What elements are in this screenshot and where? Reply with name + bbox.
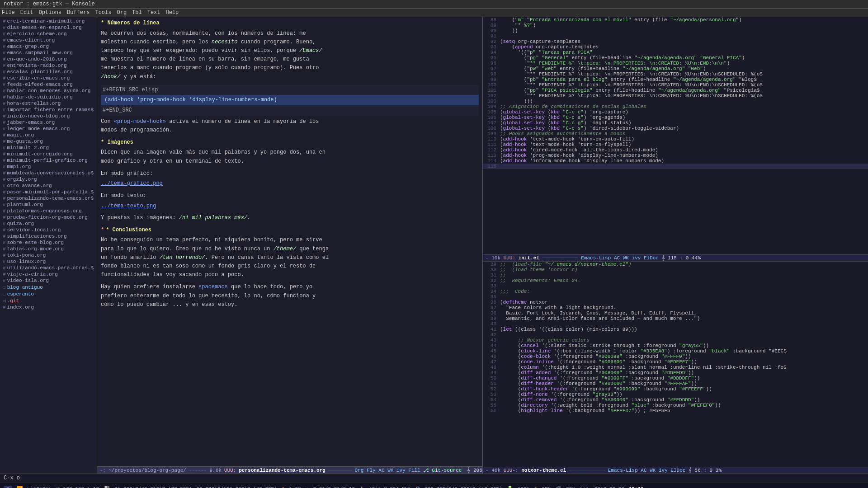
sidebar-item[interactable]: #inicio-nuevo-blog.org xyxy=(0,113,97,119)
spacemacs-link[interactable]: spacemacs xyxy=(198,284,228,290)
line-number: 114 xyxy=(483,158,500,164)
sidebar-item[interactable]: #dias-meses-en-espanol.org xyxy=(0,24,97,31)
rb-line-content: (deftheme notxor xyxy=(500,300,868,305)
sidebar-item[interactable]: #personalizando-tema-emacs.or$ xyxy=(0,195,97,202)
rb-code-line-54: 54 (diff-removed '(:foreground "#A60000"… xyxy=(483,397,868,403)
paragraph-5: En modo texto: xyxy=(101,192,479,200)
code-line-104: 104 ;; Asignación de combinaciones de te… xyxy=(483,104,868,109)
sidebar-item[interactable]: #me-gusta.org xyxy=(0,138,97,145)
sidebar-item[interactable]: #tablas-org-mode.org xyxy=(0,246,97,252)
rb-code-line-34: 34 ;;; Code: xyxy=(483,289,868,294)
rb-line-content: ;;; Code: xyxy=(500,289,868,294)
menubar-item-file[interactable]: File xyxy=(2,9,15,16)
sidebar-item[interactable]: #entrevista-radio.org xyxy=(0,62,97,69)
sidebar-item[interactable]: #emacs-grep.org xyxy=(0,43,97,50)
titlebar: notxor : emacs-gtk — Konsole xyxy=(0,0,868,9)
sidebar-item[interactable]: #utilizando-emacs-para-otras-$ xyxy=(0,265,97,271)
sidebar-item[interactable]: #index.org xyxy=(0,304,97,310)
line-number: 91 xyxy=(483,33,500,39)
sidebar-item[interactable]: #crei-terminar-minimult.org xyxy=(0,18,97,24)
sidebar-item[interactable]: #magit.org xyxy=(0,132,97,138)
sidebar-item[interactable]: #simplificaciones.org xyxy=(0,233,97,239)
paragraph-4: En modo gráfico: xyxy=(101,169,479,178)
sidebar-item[interactable]: #mumbleada-conversacionales.o$ xyxy=(0,170,97,176)
sidebar-item[interactable]: #hablar-de-suicidio.org xyxy=(0,94,97,100)
rb-line-number: 37 xyxy=(483,305,500,310)
sidebar-item[interactable]: #orgzly.org xyxy=(0,176,97,183)
modeline-uuu: UUU: xyxy=(224,468,236,473)
menubar: FileEditOptionsBuffersToolsOrgTblTextHel… xyxy=(0,9,868,17)
sidebar-icon: # xyxy=(3,63,6,68)
sidebar-icon: # xyxy=(3,259,6,264)
sidebar-item[interactable]: #video-isla.org xyxy=(0,277,97,284)
sidebar-item[interactable]: ☐blog antiguo xyxy=(0,284,97,291)
sidebar-icon: # xyxy=(3,94,6,100)
line-number: 100 xyxy=(483,82,500,88)
statusbar-network: wlp8s0b1 up 192.168.1.18 xyxy=(28,486,99,488)
sidebar-item[interactable]: #feeds-elfeed-emacs.org xyxy=(0,81,97,88)
sidebar-icon: # xyxy=(3,158,6,163)
sidebar-item[interactable]: #mmpi.org xyxy=(0,164,97,170)
modeline-dashes: ------ xyxy=(189,468,207,473)
modeline-git: ⎇ Git-source xyxy=(423,467,462,473)
sidebar-item[interactable]: #toki-pona.org xyxy=(0,252,97,258)
line-content: (add-hook 'dired-mode-hook 'all-the-icon… xyxy=(500,147,868,153)
sidebar-item[interactable]: #hora-estrellas.org xyxy=(0,100,97,107)
sidebar-item[interactable]: #en-que-ando-2018.org xyxy=(0,56,97,62)
menubar-item-edit[interactable]: Edit xyxy=(20,9,33,16)
sidebar-item[interactable]: #escalas-plantillas.org xyxy=(0,69,97,75)
sidebar-item[interactable]: ◁.git xyxy=(0,297,97,304)
sidebar-item[interactable]: #servidor-local.org xyxy=(0,227,97,233)
link-2[interactable]: ../tema-texto.png xyxy=(101,202,479,211)
line-number: 97 xyxy=(483,66,500,71)
sidebar-item[interactable]: #uso-linux.org xyxy=(0,258,97,265)
line-content: (add-hook 'inform-mode-hook 'display-lin… xyxy=(500,158,868,164)
sidebar-item[interactable]: #otro-avance.org xyxy=(0,183,97,189)
sidebar-item[interactable]: #minimult-perfil-grafico.org xyxy=(0,157,97,164)
rb-line-content: (code-inline '(:foreground "#006600" :ba… xyxy=(500,359,868,365)
sidebar-item[interactable]: #jabber-emacs.org xyxy=(0,119,97,126)
sidebar-item[interactable]: #plataformas-enganosas.org xyxy=(0,208,97,214)
sidebar-item[interactable]: #ejercicio-scheme.org xyxy=(0,31,97,37)
sidebar-icon: # xyxy=(3,183,6,188)
sidebar-item[interactable]: #pasar-minimult-por-pantalla.$ xyxy=(0,189,97,195)
sidebar-item[interactable]: #sobre-este-blog.org xyxy=(0,239,97,246)
menubar-item-options[interactable]: Options xyxy=(39,9,61,16)
menubar-item-text[interactable]: Text xyxy=(147,9,160,16)
sidebar-icon: # xyxy=(3,215,6,220)
line-content: ("pp" "PICA psicología" entry (file+head… xyxy=(500,88,868,93)
sidebar-item[interactable]: #hablar-con-menores-ayuda.org xyxy=(0,88,97,94)
rb-code-line-38: 38 Basic, Font Lock, Isearch, Gnus, Mess… xyxy=(483,310,868,316)
sidebar-item[interactable]: #escribir-en-emacs.org xyxy=(0,75,97,81)
menubar-item-org[interactable]: Org xyxy=(117,9,127,16)
line-number: 109 xyxy=(483,131,500,136)
sidebar-item[interactable]: ☐esperanto xyxy=(0,291,97,297)
sidebar-item[interactable]: #emacs-smtpmail-mew.org xyxy=(0,50,97,56)
rb-code-line-37: 37 "Face colors with a light background. xyxy=(483,305,868,310)
rb-code-line-47: 47 (code-inline '(:foreground "#006600" … xyxy=(483,359,868,365)
sidebar-item[interactable]: #plantuml.org xyxy=(0,202,97,208)
statusbar-ram-icon: 🖥 xyxy=(415,486,420,488)
sidebar-item[interactable]: #viaje-a-ciria.org xyxy=(0,271,97,277)
sidebar-item[interactable]: #prueba-ficcion-org-mode.org xyxy=(0,214,97,221)
menubar-item-buffers[interactable]: Buffers xyxy=(67,9,90,16)
sidebar-item[interactable]: #ledger-mode-emacs.org xyxy=(0,126,97,132)
line-number: 101 xyxy=(483,88,500,93)
sidebar-item[interactable]: #emacs-client.org xyxy=(0,37,97,43)
menubar-item-tools[interactable]: Tools xyxy=(95,9,111,16)
rb-line-number: 36 xyxy=(483,300,500,305)
rb-line-number: 42 xyxy=(483,332,500,338)
sidebar-icon: # xyxy=(3,272,6,277)
sidebar-item[interactable]: #minimult-corregido.org xyxy=(0,151,97,157)
sidebar-item[interactable]: #minimult-2.org xyxy=(0,145,97,151)
sidebar-item[interactable]: #importar-fichero-entre-ramas$ xyxy=(0,107,97,113)
modeline-size: 9.6k xyxy=(209,468,221,473)
sidebar-item[interactable]: #quiza.org xyxy=(0,221,97,227)
rb-line-number: 43 xyxy=(483,338,500,343)
link-1[interactable]: ../tema-grafico.png xyxy=(101,179,479,188)
right-top: 88 ("m" "Entrada sincronizada con el móv… xyxy=(483,17,868,254)
menubar-item-help[interactable]: Help xyxy=(166,9,179,16)
menubar-item-tbl[interactable]: Tbl xyxy=(132,9,142,16)
sidebar-icon: # xyxy=(3,19,6,24)
sidebar-icon: # xyxy=(3,69,6,75)
